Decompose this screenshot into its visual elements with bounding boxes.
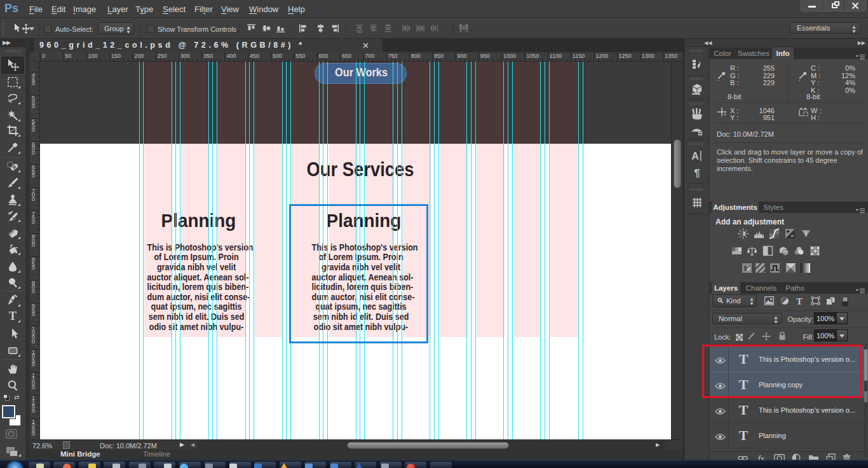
- svg-text:T: T: [9, 310, 17, 322]
- svg-text:T: T: [796, 296, 803, 305]
- svg-text:A: A: [691, 151, 699, 162]
- svg-text:¶: ¶: [694, 167, 700, 179]
